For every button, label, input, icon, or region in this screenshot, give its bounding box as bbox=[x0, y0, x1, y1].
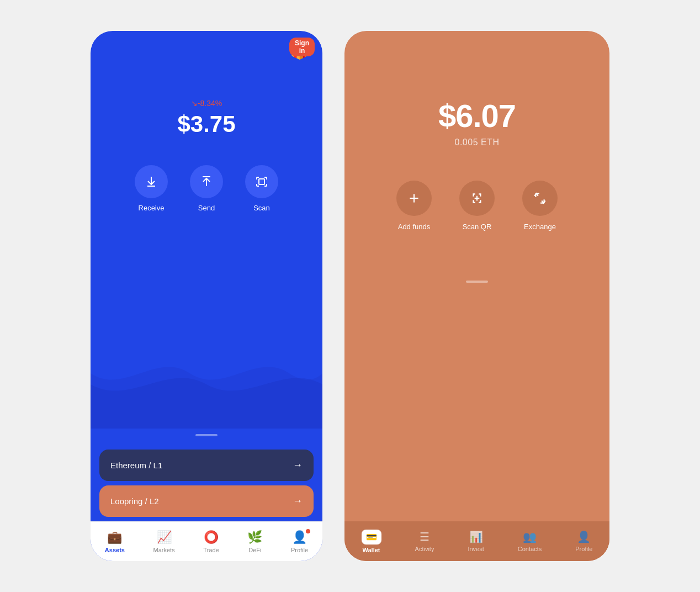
left-phone: 🎁 Sign in ↘-8.34% $3.75 Receive bbox=[91, 31, 322, 561]
right-nav-invest[interactable]: 📊 Invest bbox=[462, 528, 489, 554]
profile-icon: 👤 bbox=[292, 530, 307, 545]
assets-icon: 💼 bbox=[107, 530, 122, 545]
trade-icon: ⭕ bbox=[204, 530, 219, 545]
exchange-label: Exchange bbox=[524, 223, 556, 231]
right-balance-eth: 0.005 ETH bbox=[344, 138, 609, 147]
right-phone: $6.07 0.005 ETH Add funds bbox=[344, 31, 609, 561]
receive-icon bbox=[145, 175, 158, 188]
defi-label: DeFi bbox=[248, 547, 261, 553]
gift-button[interactable]: 🎁 Sign in bbox=[290, 42, 309, 60]
receive-button[interactable]: Receive bbox=[135, 165, 168, 212]
scan-qr-label: Scan QR bbox=[463, 223, 492, 231]
cards-area: Ethereum / L1 → Loopring / L2 → bbox=[91, 434, 322, 517]
nav-profile[interactable]: 👤 Profile bbox=[284, 528, 315, 556]
right-handle-indicator bbox=[466, 281, 488, 283]
invest-icon: 📊 bbox=[469, 530, 483, 543]
send-label: Send bbox=[198, 204, 215, 212]
assets-label: Assets bbox=[105, 547, 125, 553]
sign-in-badge[interactable]: Sign in bbox=[289, 38, 315, 56]
scan-icon-circle bbox=[245, 165, 278, 198]
exchange-circle bbox=[522, 181, 558, 216]
activity-label: Activity bbox=[415, 546, 434, 552]
ethereum-label: Ethereum / L1 bbox=[110, 461, 162, 470]
loopring-arrow: → bbox=[293, 495, 303, 507]
ethereum-card[interactable]: Ethereum / L1 → bbox=[99, 450, 314, 481]
right-nav-contacts[interactable]: 👥 Contacts bbox=[512, 528, 547, 554]
send-button[interactable]: Send bbox=[190, 165, 223, 212]
right-actions-row: Add funds Scan QR bbox=[344, 158, 609, 247]
nav-markets[interactable]: 📈 Markets bbox=[147, 528, 182, 556]
right-nav-wallet[interactable]: 💳 Wallet bbox=[356, 527, 387, 556]
scan-button[interactable]: Scan bbox=[245, 165, 278, 212]
profile-label: Profile bbox=[291, 547, 308, 553]
left-bottom-nav: 💼 Assets 📈 Markets ⭕ Trade 🌿 DeFi 👤 Prof… bbox=[91, 521, 322, 561]
scan-qr-button[interactable]: Scan QR bbox=[459, 181, 495, 231]
right-profile-label: Profile bbox=[575, 546, 592, 552]
right-balance-amount: $6.07 bbox=[344, 97, 609, 134]
receive-label: Receive bbox=[139, 204, 165, 212]
exchange-icon bbox=[533, 191, 547, 205]
nav-trade[interactable]: ⭕ Trade bbox=[197, 528, 225, 556]
top-bar: 🎁 Sign in bbox=[91, 31, 322, 66]
markets-icon: 📈 bbox=[157, 530, 172, 545]
markets-label: Markets bbox=[153, 547, 175, 553]
contacts-icon: 👥 bbox=[523, 530, 537, 543]
add-funds-icon bbox=[407, 191, 421, 205]
scan-qr-icon bbox=[470, 191, 484, 205]
loopring-label: Loopring / L2 bbox=[110, 496, 159, 506]
handle-indicator bbox=[195, 434, 218, 436]
loopring-card[interactable]: Loopring / L2 → bbox=[99, 485, 314, 517]
right-bottom-nav: 💳 Wallet ☰ Activity 📊 Invest 👥 Contacts … bbox=[344, 521, 609, 561]
trade-label: Trade bbox=[203, 547, 219, 553]
exchange-button[interactable]: Exchange bbox=[522, 181, 558, 231]
receive-icon-circle bbox=[135, 165, 168, 198]
add-funds-button[interactable]: Add funds bbox=[396, 181, 432, 231]
right-nav-activity[interactable]: ☰ Activity bbox=[410, 528, 440, 554]
wallet-label: Wallet bbox=[363, 547, 380, 553]
send-icon bbox=[200, 175, 213, 188]
wallet-icon: 💳 bbox=[362, 530, 381, 545]
balance-section: ↘-8.34% $3.75 bbox=[91, 66, 322, 154]
ethereum-arrow: → bbox=[293, 459, 303, 471]
activity-icon: ☰ bbox=[420, 530, 429, 543]
add-funds-circle bbox=[396, 181, 432, 216]
contacts-label: Contacts bbox=[518, 546, 542, 552]
actions-row: Receive Send bbox=[91, 154, 322, 229]
defi-icon: 🌿 bbox=[247, 530, 262, 545]
wave-decoration bbox=[91, 318, 322, 429]
scan-icon bbox=[255, 175, 268, 188]
balance-amount: $3.75 bbox=[91, 111, 322, 138]
scan-qr-circle bbox=[459, 181, 495, 216]
nav-assets[interactable]: 💼 Assets bbox=[98, 528, 131, 556]
add-funds-label: Add funds bbox=[398, 223, 431, 231]
right-profile-icon: 👤 bbox=[577, 530, 591, 543]
right-nav-profile[interactable]: 👤 Profile bbox=[570, 528, 598, 554]
invest-label: Invest bbox=[468, 546, 484, 552]
right-balance-section: $6.07 0.005 ETH bbox=[344, 31, 609, 158]
nav-defi[interactable]: 🌿 DeFi bbox=[241, 528, 269, 556]
profile-dot bbox=[306, 529, 310, 533]
scan-label: Scan bbox=[253, 204, 270, 212]
svg-rect-4 bbox=[259, 179, 264, 184]
balance-change: ↘-8.34% bbox=[91, 99, 322, 108]
send-icon-circle bbox=[190, 165, 223, 198]
